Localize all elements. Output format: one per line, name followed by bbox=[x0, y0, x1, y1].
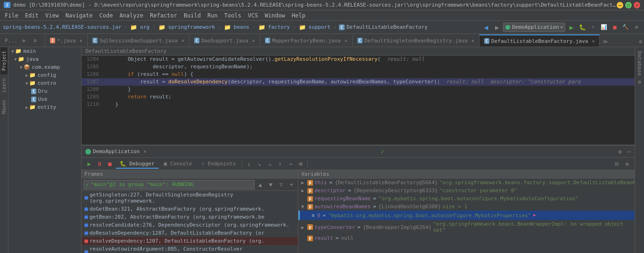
frames-down-button[interactable]: ▼ bbox=[266, 180, 275, 189]
restore-layout-button[interactable]: ⊟ bbox=[612, 159, 621, 169]
debug-button[interactable]: 🐛 bbox=[578, 23, 587, 32]
breadcrumb-support[interactable]: support bbox=[309, 24, 330, 30]
left-tab-project[interactable]: Project bbox=[0, 47, 8, 74]
tree-item-com[interactable]: ▼ 📦 com.examp bbox=[8, 63, 81, 71]
force-step-into-button[interactable]: ⇘ bbox=[265, 159, 274, 169]
right-tab-m[interactable]: m bbox=[636, 79, 644, 86]
frames-up-button[interactable]: ▲ bbox=[256, 180, 265, 189]
build-button[interactable]: 🔨 bbox=[621, 23, 630, 32]
breadcrumb-springframework[interactable]: springframework bbox=[168, 24, 215, 30]
menu-build[interactable]: Build bbox=[181, 11, 204, 20]
var-item-this[interactable]: ▶ p this = {DefaultListableBeanFactory@5… bbox=[298, 179, 635, 187]
var-expand-autowiredbeannames[interactable]: ▼ bbox=[301, 204, 306, 209]
debug-gear-button[interactable]: ⚙ bbox=[619, 148, 622, 155]
frames-filter-button[interactable]: ▽ bbox=[276, 180, 286, 189]
tab-close-sqlsession[interactable]: × bbox=[182, 38, 184, 43]
var-item-typeconverter[interactable]: ▶ p typeConverter = {BeanWrapperImpl@626… bbox=[298, 220, 635, 234]
menu-edit[interactable]: Edit bbox=[22, 11, 41, 20]
minimize-button[interactable]: – bbox=[617, 2, 623, 8]
stop-button[interactable]: ■ bbox=[610, 23, 619, 32]
thread-selector[interactable]: ✓ "main"@1 in group "main": RUNNING bbox=[83, 180, 255, 189]
settings-button[interactable]: ⚙ bbox=[632, 23, 641, 32]
debug-tab-debugger[interactable]: 🐛 Debugger bbox=[116, 159, 159, 169]
tree-item-entity[interactable]: ▶ 📁 entity bbox=[8, 103, 81, 111]
tab-project-toggle[interactable]: P... ⊕ ≡ bbox=[0, 34, 45, 47]
tab-mapperfactorybean[interactable]: C MapperFactoryBean.java × bbox=[260, 34, 353, 47]
var-item-descriptor[interactable]: ▶ p descriptor = {DependencyDescriptor@6… bbox=[298, 187, 635, 195]
menu-file[interactable]: File bbox=[2, 11, 21, 20]
settings-button2[interactable]: ≡ bbox=[622, 159, 632, 169]
menu-vcs[interactable]: VCS bbox=[245, 11, 261, 20]
tree-item-main[interactable]: ▼ 📁 main bbox=[8, 47, 81, 55]
tab-close-daosupport[interactable]: × bbox=[252, 38, 255, 43]
tree-item-dru[interactable]: C Dru bbox=[8, 87, 81, 95]
tab-daosupport[interactable]: C DaoSupport.java × bbox=[190, 34, 260, 47]
menu-window[interactable]: Window bbox=[262, 11, 288, 20]
menu-run[interactable]: Run bbox=[205, 11, 221, 20]
breadcrumb-org[interactable]: org bbox=[140, 24, 149, 30]
frame-item-1[interactable]: getSingleton:227, DefaultSingletonBeanRe… bbox=[82, 191, 298, 205]
left-tab-maven[interactable]: Maven bbox=[0, 96, 8, 118]
menu-refactor[interactable]: Refactor bbox=[147, 11, 180, 20]
tab-close-mapperfactorybean[interactable]: × bbox=[345, 38, 347, 43]
maximize-button[interactable]: □ bbox=[625, 2, 632, 8]
menu-navigate[interactable]: Navigate bbox=[63, 11, 96, 20]
frame-item-5[interactable]: doResolveDependency:1287, DefaultListabl… bbox=[82, 229, 298, 237]
run-button[interactable]: ▶ bbox=[567, 23, 576, 32]
breadcrumb-factory[interactable]: factory bbox=[268, 24, 290, 30]
var-expand-this[interactable]: ▶ bbox=[301, 180, 306, 185]
editor-settings-button[interactable]: ⚙ bbox=[637, 37, 644, 47]
frame-item-4[interactable]: resolveCandidate:276, DependencyDescript… bbox=[82, 221, 298, 229]
breadcrumb-beans[interactable]: beans bbox=[234, 24, 249, 30]
evaluate-button[interactable]: ⊞ bbox=[296, 159, 305, 169]
var-item-requestingbeanname[interactable]: p requestingBeanName = "org.mybatis.spri… bbox=[298, 195, 635, 203]
frame-item-6[interactable]: resolveDependency:1207, DefaultListableB… bbox=[82, 237, 298, 245]
tab-defaultsingleton[interactable]: C DefaultSingletonBeanRegistry.java × bbox=[353, 34, 479, 47]
run-to-cursor-button[interactable]: → bbox=[286, 159, 295, 169]
debug-close[interactable]: × bbox=[143, 148, 147, 155]
coverage-button[interactable]: ⚡ bbox=[588, 23, 598, 32]
frame-item-3[interactable]: getBean:202, AbstractBeanFactory (org.sp… bbox=[82, 213, 298, 221]
debug-minimize-button[interactable]: — bbox=[627, 148, 631, 155]
left-tab-learn[interactable]: Learn bbox=[0, 74, 8, 96]
menu-view[interactable]: View bbox=[42, 11, 62, 20]
menu-tools[interactable]: Tools bbox=[222, 11, 244, 20]
nav-back-button[interactable]: ◀ bbox=[481, 23, 491, 32]
var-item-autowiredbeannames[interactable]: ▼ p autowiredBeanNames = {LinkedHashSet@… bbox=[298, 203, 635, 211]
frames-add-button[interactable]: + bbox=[287, 180, 296, 189]
step-out-button[interactable]: ↑ bbox=[275, 159, 285, 169]
step-into-button[interactable]: ↘ bbox=[255, 159, 264, 169]
tab-close-defaultlistable[interactable]: × bbox=[592, 39, 594, 44]
tree-item-use[interactable]: C Use bbox=[8, 95, 81, 103]
debug-tab-console[interactable]: ▣ Console bbox=[160, 159, 197, 168]
tree-item-config[interactable]: ▶ 📁 config bbox=[8, 71, 81, 79]
right-tab-database[interactable]: Database bbox=[636, 49, 644, 78]
tab-defaultlistable[interactable]: C DefaultListableBeanFactory.java × bbox=[479, 34, 600, 47]
debug-resume-button[interactable]: ▶ bbox=[84, 159, 94, 169]
var-expand-descriptor[interactable]: ▶ bbox=[301, 188, 306, 193]
menu-help[interactable]: Help bbox=[289, 11, 308, 20]
nav-forward-button[interactable]: ▶ bbox=[492, 23, 502, 32]
close-button[interactable]: ✕ bbox=[634, 2, 640, 8]
tab-close-java[interactable]: × bbox=[80, 38, 83, 43]
tree-item-java[interactable]: ▼ 📁 java bbox=[8, 55, 81, 63]
tab-sqlsession[interactable]: C SqlSessionDaoSupport.java × bbox=[88, 34, 190, 47]
menu-analyze[interactable]: Analyze bbox=[116, 11, 146, 20]
app-selector[interactable]: DemoApplication ▼ bbox=[503, 23, 565, 32]
breadcrumb-jar[interactable]: spring-beans-5.2.4.RELEASE-sources.jar bbox=[3, 24, 122, 30]
menu-code[interactable]: Code bbox=[97, 11, 116, 20]
debug-stop-button[interactable]: ■ bbox=[105, 159, 115, 169]
debug-pause-button[interactable]: ⏸ bbox=[95, 159, 104, 169]
debug-tab-endpoints[interactable]: ⚡ Endpoints bbox=[197, 159, 240, 168]
tree-item-contro[interactable]: ▼ 📁 contro bbox=[8, 79, 81, 87]
var-item-0[interactable]: ≡ 0 = "mybatis-org.mybatis.spring.boot.a… bbox=[298, 211, 635, 220]
frame-item-7[interactable]: resolveAutowiredArgument:885, Constructo… bbox=[82, 245, 298, 253]
var-item-result[interactable]: p result = null bbox=[298, 234, 635, 242]
frame-item-2[interactable]: doGetBean:321, AbstractBeanFactory (org.… bbox=[82, 205, 298, 213]
profile-button[interactable]: 📊 bbox=[599, 23, 609, 32]
step-over-button[interactable]: ↓ bbox=[244, 159, 254, 169]
tab-close-defaultsingleton[interactable]: × bbox=[471, 38, 474, 43]
more-tabs-button[interactable]: ≫ bbox=[601, 37, 610, 47]
tab-java[interactable]: J *.java × bbox=[45, 34, 88, 47]
var-expand-typeconverter[interactable]: ▶ bbox=[301, 225, 306, 230]
